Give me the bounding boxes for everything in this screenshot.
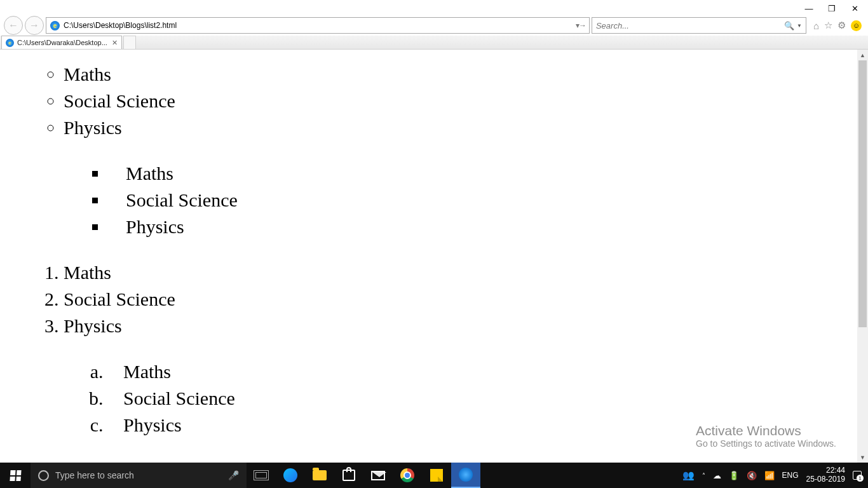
scroll-thumb[interactable] — [858, 60, 867, 327]
chrome-button[interactable] — [393, 463, 422, 488]
store-button[interactable] — [334, 463, 363, 488]
clock-time: 22:44 — [806, 466, 845, 475]
vertical-scrollbar[interactable]: ▲ ▼ — [857, 50, 868, 463]
tab-close-icon[interactable]: ✕ — [112, 39, 118, 47]
volume-icon[interactable]: 🔇 — [747, 471, 757, 480]
scroll-up-icon[interactable]: ▲ — [857, 50, 868, 60]
list-item: Social Science — [108, 187, 868, 214]
tools-icon[interactable]: ⚙ — [837, 20, 846, 31]
task-view-button[interactable] — [247, 463, 276, 488]
list-item: Physics — [108, 214, 868, 240]
taskbar-clock[interactable]: 22:44 25-08-2019 — [806, 466, 845, 484]
list-decimal: Maths Social Science Physics — [25, 259, 868, 339]
start-button[interactable] — [0, 463, 31, 488]
browser-toolbar: ← → e C:\Users\Desktop\Blogs\list2.html … — [0, 15, 868, 36]
ie-icon: e — [50, 21, 60, 30]
back-button[interactable]: ← — [4, 16, 23, 35]
taskbar-pinned — [247, 463, 480, 488]
close-button[interactable]: ✕ — [850, 4, 859, 13]
list-item: Maths — [64, 61, 868, 88]
favorites-icon[interactable]: ☆ — [824, 20, 832, 31]
list-item: Physics — [64, 313, 868, 339]
list-alpha: Maths Social Science Physics — [25, 358, 868, 438]
search-icon[interactable]: 🔍 — [784, 21, 794, 30]
tab-active[interactable]: e C:\Users\Dwaraka\Desktop... ✕ — [1, 36, 122, 49]
windows-icon — [10, 470, 21, 481]
wifi-icon[interactable]: 📶 — [764, 471, 775, 480]
list-item: Social Science — [108, 385, 868, 412]
new-tab-button[interactable] — [123, 36, 136, 49]
list-item: Maths — [64, 259, 868, 286]
search-dropdown-icon[interactable]: ▼ — [794, 23, 802, 29]
forward-button[interactable]: → — [25, 16, 44, 35]
taskbar-search-placeholder: Type here to search — [55, 470, 134, 480]
search-placeholder: Search... — [596, 21, 629, 30]
list-item: Social Science — [64, 88, 868, 114]
list-square: Maths Social Science Physics — [25, 160, 868, 240]
address-url: C:\Users\Desktop\Blogs\list2.html — [64, 21, 177, 30]
tab-title: C:\Users\Dwaraka\Desktop... — [17, 39, 107, 46]
onedrive-icon[interactable]: ☁ — [713, 471, 721, 480]
tab-favicon: e — [6, 39, 14, 47]
list-item: Maths — [108, 358, 868, 385]
mail-button[interactable] — [363, 463, 393, 488]
home-icon[interactable]: ⌂ — [813, 20, 819, 31]
clock-date: 25-08-2019 — [806, 475, 845, 484]
list-item: Physics — [64, 114, 868, 141]
edge-button[interactable] — [276, 463, 305, 488]
list-item: Social Science — [64, 286, 868, 313]
system-tray: 👥 ˄ ☁ 🔋 🔇 📶 ENG 22:44 25-08-2019 — [676, 463, 868, 488]
address-bar[interactable]: e C:\Users\Desktop\Blogs\list2.html ▾ → — [46, 17, 590, 34]
minimize-button[interactable]: — — [804, 4, 813, 13]
taskbar: Type here to search 🎤 👥 ˄ ☁ 🔋 🔇 📶 ENG 22… — [0, 463, 868, 488]
scroll-down-icon[interactable]: ▼ — [857, 452, 868, 463]
maximize-button[interactable]: ❐ — [827, 4, 836, 13]
mic-icon[interactable]: 🎤 — [228, 470, 239, 480]
file-explorer-button[interactable] — [305, 463, 334, 488]
action-center-icon[interactable] — [853, 471, 862, 480]
taskbar-search[interactable]: Type here to search 🎤 — [31, 463, 247, 488]
list-item: Physics — [108, 412, 868, 438]
sticky-notes-button[interactable] — [422, 463, 451, 488]
internet-explorer-button[interactable] — [451, 463, 480, 488]
page-body: Maths Social Science Physics Maths Socia… — [0, 50, 868, 438]
list-circle: Maths Social Science Physics — [25, 61, 868, 141]
language-indicator[interactable]: ENG — [782, 471, 799, 480]
address-go-icon[interactable]: ▾ → — [572, 21, 585, 30]
people-icon[interactable]: 👥 — [682, 470, 695, 481]
tab-strip: e C:\Users\Dwaraka\Desktop... ✕ — [0, 36, 868, 50]
list-item: Maths — [108, 160, 868, 187]
page-viewport: Maths Social Science Physics Maths Socia… — [0, 50, 868, 463]
feedback-icon[interactable]: ☺ — [851, 20, 862, 31]
cortana-icon — [38, 470, 49, 481]
tray-overflow-icon[interactable]: ˄ — [702, 472, 705, 479]
battery-icon[interactable]: 🔋 — [729, 471, 739, 480]
search-box[interactable]: Search... 🔍 ▼ — [592, 17, 806, 34]
